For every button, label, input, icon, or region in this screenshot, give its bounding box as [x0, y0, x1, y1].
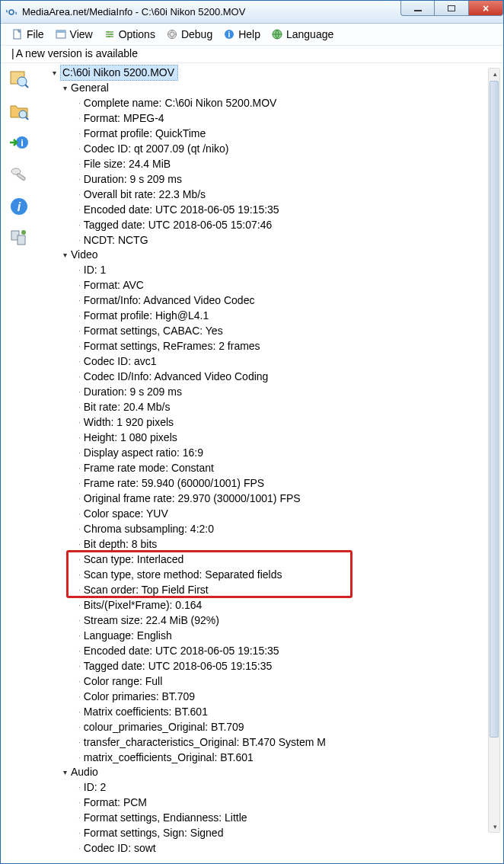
- tree-item[interactable]: Format settings, CABAC: Yes: [40, 323, 486, 338]
- tree-item[interactable]: Format: PCM: [40, 795, 486, 810]
- tree-item[interactable]: File size: 24.4 MiB: [40, 156, 486, 171]
- tree-item[interactable]: Height: 1 080 pixels: [40, 430, 486, 445]
- window-buttons: ×: [400, 1, 503, 16]
- tree-item-label: Color range: Full: [84, 674, 163, 689]
- tree-item[interactable]: Color primaries: BT.709: [40, 689, 486, 704]
- tree-item[interactable]: transfer_characteristics_Original: BT.47…: [40, 734, 486, 750]
- menu-view-label: View: [70, 28, 93, 40]
- menu-debug[interactable]: Debug: [161, 27, 217, 42]
- menu-view[interactable]: View: [50, 27, 97, 42]
- tree-section-general[interactable]: General: [40, 81, 486, 95]
- collapse-icon[interactable]: [49, 69, 59, 78]
- tree-item[interactable]: Language: English: [40, 628, 486, 643]
- menu-language[interactable]: Language: [266, 27, 338, 42]
- tree-item[interactable]: ID: 1: [40, 262, 486, 277]
- tree-item[interactable]: Format profile: QuickTime: [40, 126, 486, 141]
- tree-item[interactable]: Encoded date: UTC 2018-06-05 19:15:35: [40, 643, 486, 658]
- bullet-icon: [77, 674, 84, 689]
- tree-item[interactable]: Color space: YUV: [40, 506, 486, 521]
- properties-tree[interactable]: C:\60i Nikon 5200.MOVGeneralComplete nam…: [40, 65, 503, 856]
- tree-item[interactable]: Format: MPEG-4: [40, 110, 486, 126]
- tree-item[interactable]: Bit rate: 20.4 Mb/s: [40, 399, 486, 414]
- tree-item[interactable]: Color range: Full: [40, 674, 486, 689]
- bullet-icon: [77, 719, 84, 734]
- tree-item[interactable]: Chroma subsampling: 4:2:0: [40, 521, 486, 536]
- maximize-button[interactable]: [435, 1, 469, 16]
- tree-item-label: Duration: 9 s 209 ms: [84, 172, 182, 187]
- bullet-icon: [77, 491, 84, 506]
- tree-item-label: NCDT: NCTG: [84, 233, 148, 248]
- tree-item[interactable]: Format profile: High@L4.1: [40, 308, 486, 323]
- scroll-up-icon[interactable]: ▴: [489, 69, 501, 79]
- help-icon: i: [223, 28, 235, 40]
- tree-item[interactable]: Display aspect ratio: 16:9: [40, 445, 486, 460]
- vertical-scrollbar[interactable]: ▴ ▾: [488, 68, 500, 833]
- tree-section-audio[interactable]: Audio: [40, 765, 486, 779]
- tree-root[interactable]: C:\60i Nikon 5200.MOV: [40, 65, 486, 81]
- tree-item[interactable]: Scan type, store method: Separated field…: [40, 567, 486, 582]
- tree-item-label: Color space: YUV: [84, 507, 168, 521]
- bullet-icon: [77, 354, 84, 369]
- scroll-thumb[interactable]: [490, 81, 499, 738]
- tree-item[interactable]: Complete name: C:\60i Nikon 5200.MOV: [40, 95, 486, 110]
- tree-item[interactable]: Format settings, ReFrames: 2 frames: [40, 338, 486, 354]
- svg-line-17: [25, 85, 28, 88]
- tree-item[interactable]: colour_primaries_Original: BT.709: [40, 719, 486, 734]
- scroll-down-icon[interactable]: ▾: [489, 821, 501, 832]
- tree-item[interactable]: Matrix coefficients: BT.601: [40, 704, 486, 719]
- tree-item-label: File size: 24.4 MiB: [84, 157, 171, 171]
- svg-point-0: [9, 10, 14, 14]
- tree-item[interactable]: Duration: 9 s 209 ms: [40, 171, 486, 187]
- collapse-icon[interactable]: [60, 84, 69, 93]
- tree-item[interactable]: Encoded date: UTC 2018-06-05 19:15:35: [40, 202, 486, 217]
- menu-help-label: Help: [238, 28, 260, 40]
- settings-icon[interactable]: [7, 162, 31, 187]
- minimize-button[interactable]: [400, 1, 435, 16]
- tree-item-label: Format settings, Endianness: Little: [84, 811, 247, 825]
- tree-item-label: Complete name: C:\60i Nikon 5200.MOV: [84, 96, 277, 110]
- bullet-icon: [77, 338, 84, 354]
- tree-item[interactable]: Codec ID/Info: Advanced Video Coding: [40, 369, 486, 384]
- tree-item[interactable]: matrix_coefficients_Original: BT.601: [40, 750, 486, 765]
- tree-item[interactable]: Frame rate mode: Constant: [40, 460, 486, 475]
- servers-icon[interactable]: [7, 226, 31, 251]
- tree-item[interactable]: Codec ID: avc1: [40, 354, 486, 369]
- tree-item[interactable]: Format/Info: Advanced Video Codec: [40, 293, 486, 308]
- tree-item[interactable]: Format settings, Endianness: Little: [40, 810, 486, 825]
- tree-item[interactable]: Overall bit rate: 22.3 Mb/s: [40, 187, 486, 202]
- tree-item-label: Color primaries: BT.709: [84, 690, 195, 704]
- menu-options[interactable]: Options: [99, 27, 160, 42]
- menu-file[interactable]: File: [7, 27, 49, 42]
- info-icon[interactable]: i: [7, 194, 31, 219]
- tree-item[interactable]: NCDT: NCTG: [40, 232, 486, 248]
- tree-item[interactable]: Format settings, Sign: Signed: [40, 825, 486, 840]
- tree-item[interactable]: Tagged date: UTC 2018-06-05 15:07:46: [40, 217, 486, 232]
- tree-item[interactable]: Tagged date: UTC 2018-06-05 19:15:35: [40, 658, 486, 674]
- tree-item[interactable]: Codec ID: sowt: [40, 840, 486, 856]
- export-icon[interactable]: i: [7, 130, 31, 155]
- tree-item[interactable]: Width: 1 920 pixels: [40, 414, 486, 430]
- tree-item[interactable]: ID: 2: [40, 779, 486, 795]
- tree-item-label: Format: AVC: [84, 278, 144, 293]
- tree-item[interactable]: Original frame rate: 29.970 (30000/1001)…: [40, 491, 486, 506]
- bullet-icon: [77, 536, 84, 552]
- open-folder-icon[interactable]: [7, 98, 31, 123]
- tree-item[interactable]: Scan type: Interlaced: [40, 552, 486, 567]
- tree-item[interactable]: Format: AVC: [40, 277, 486, 293]
- tree-item[interactable]: Duration: 9 s 209 ms: [40, 384, 486, 399]
- tree-item[interactable]: Codec ID: qt 2007.09 (qt /niko): [40, 141, 486, 156]
- tree-section-video[interactable]: Video: [40, 248, 486, 262]
- tree-item[interactable]: Frame rate: 59.940 (60000/1001) FPS: [40, 475, 486, 491]
- collapse-icon[interactable]: [60, 768, 69, 777]
- tree-item[interactable]: Scan order: Top Field First: [40, 582, 486, 597]
- bullet-icon: [77, 475, 84, 491]
- tree-item[interactable]: Stream size: 22.4 MiB (92%): [40, 613, 486, 628]
- close-button[interactable]: ×: [469, 1, 503, 16]
- tree-item[interactable]: Bit depth: 8 bits: [40, 536, 486, 552]
- bullet-icon: [77, 840, 84, 856]
- open-file-icon[interactable]: [7, 66, 31, 91]
- collapse-icon[interactable]: [60, 251, 69, 260]
- tree-item[interactable]: Bits/(Pixel*Frame): 0.164: [40, 597, 486, 613]
- menu-help[interactable]: i Help: [219, 27, 265, 42]
- bullet-icon: [77, 825, 84, 840]
